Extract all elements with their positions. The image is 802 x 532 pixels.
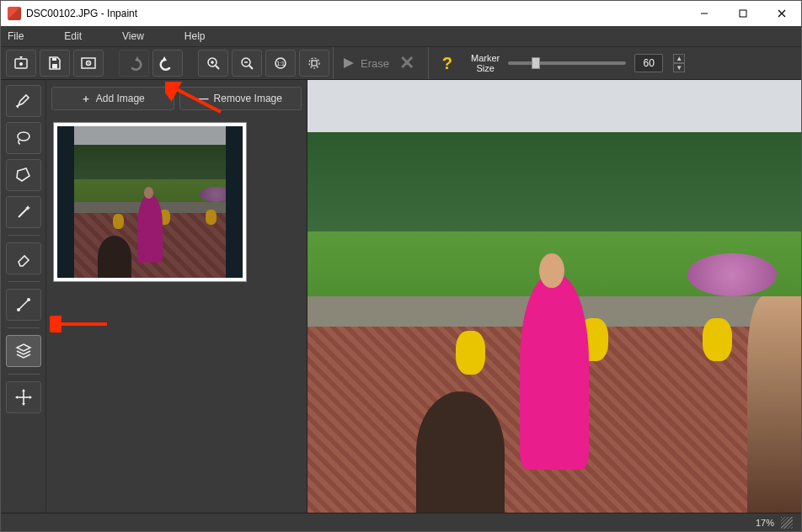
erase-label: Erase <box>361 57 389 70</box>
menu-view[interactable]: View <box>122 30 144 42</box>
zoom-out-button[interactable] <box>232 50 262 77</box>
lasso-tool-icon <box>14 129 33 147</box>
svg-point-10 <box>88 62 89 64</box>
multi-view-tool[interactable] <box>6 335 41 367</box>
redo-icon <box>159 56 176 71</box>
polygon-tool-icon <box>14 166 33 184</box>
zoom-actual-button[interactable]: 1:1 <box>265 50 296 77</box>
undo-button[interactable] <box>119 50 149 77</box>
zoom-in-button[interactable] <box>198 50 228 77</box>
svg-marker-35 <box>22 403 25 406</box>
app-icon <box>8 7 21 20</box>
add-image-button[interactable]: ＋ Add Image <box>51 87 174 110</box>
svg-marker-12 <box>162 56 167 61</box>
marker-size-down[interactable]: ▼ <box>673 63 685 72</box>
content-area: ＋ Add Image — Remove Image <box>1 80 801 513</box>
layers-icon <box>14 342 33 360</box>
svg-marker-34 <box>22 389 25 391</box>
zoom-fit-icon <box>306 56 323 71</box>
save-icon <box>47 56 62 71</box>
play-icon <box>342 56 356 70</box>
maximize-button[interactable] <box>724 1 762 26</box>
plus-icon: ＋ <box>81 92 91 106</box>
svg-marker-26 <box>17 168 29 181</box>
minimize-button[interactable] <box>685 1 724 26</box>
svg-rect-1 <box>740 10 746 17</box>
close-button[interactable] <box>762 1 801 26</box>
erase-group: Erase ✕ <box>333 47 429 79</box>
lasso-tool[interactable] <box>6 122 41 154</box>
svg-marker-11 <box>135 56 140 61</box>
svg-line-18 <box>249 66 253 69</box>
eraser-tool-icon <box>14 249 33 268</box>
remove-image-button[interactable]: — Remove Image <box>179 87 302 110</box>
statusbar: 17% <box>1 513 801 531</box>
toolbar: 1:1 Erase ✕ ? Marker Size ▲ <box>1 46 801 80</box>
slider-thumb[interactable] <box>532 57 540 69</box>
add-image-label: Add Image <box>96 93 145 104</box>
zoom-in-icon <box>206 56 221 71</box>
svg-point-25 <box>18 132 29 141</box>
undo-icon <box>126 56 142 71</box>
marker-size-label: Marker Size <box>471 53 500 73</box>
marker-tool-icon <box>14 92 33 110</box>
original-view-icon <box>80 56 97 71</box>
guide-images-panel: ＋ Add Image — Remove Image <box>46 80 307 513</box>
zoom-level: 17% <box>756 518 774 528</box>
svg-rect-23 <box>312 61 317 66</box>
view-original-button[interactable] <box>73 50 104 77</box>
window-title: DSC00102.JPG - Inpaint <box>26 8 685 19</box>
help-icon: ? <box>442 54 452 72</box>
magic-wand-tool[interactable] <box>6 196 41 228</box>
move-tool-icon <box>14 388 33 407</box>
svg-text:1:1: 1:1 <box>276 61 285 66</box>
minus-icon: — <box>199 93 209 104</box>
svg-marker-24 <box>344 58 354 68</box>
cancel-icon: ✕ <box>399 52 414 73</box>
marker-tool[interactable] <box>6 85 41 117</box>
titlebar: DSC00102.JPG - Inpaint <box>1 1 801 26</box>
eraser-tool[interactable] <box>6 242 41 274</box>
zoom-out-icon <box>239 56 254 71</box>
svg-line-30 <box>19 301 28 309</box>
marker-size-up[interactable]: ▲ <box>673 54 685 63</box>
cancel-button[interactable]: ✕ <box>394 52 420 74</box>
guide-line-icon <box>14 295 33 314</box>
svg-line-14 <box>216 66 219 69</box>
resize-grip[interactable] <box>781 517 793 529</box>
zoom-fit-button[interactable] <box>299 50 329 77</box>
svg-rect-6 <box>52 64 57 68</box>
magic-wand-icon <box>14 203 33 221</box>
svg-marker-37 <box>29 396 32 399</box>
menubar: File Edit View Help <box>1 26 801 46</box>
svg-marker-31 <box>17 344 30 351</box>
svg-point-22 <box>309 58 319 68</box>
help-button[interactable]: ? <box>432 54 462 73</box>
open-button[interactable] <box>6 50 36 77</box>
redo-button[interactable] <box>152 50 183 77</box>
svg-point-5 <box>19 62 23 66</box>
svg-line-27 <box>19 209 27 217</box>
move-tool[interactable] <box>6 381 41 413</box>
marker-size-slider[interactable] <box>508 61 626 65</box>
marker-size-control: Marker Size ▲ ▼ <box>471 53 685 73</box>
app-window: DSC00102.JPG - Inpaint File Edit View He… <box>0 0 802 532</box>
menu-edit[interactable]: Edit <box>64 30 82 42</box>
menu-help[interactable]: Help <box>184 30 206 42</box>
guide-image-thumbnail[interactable] <box>53 122 247 282</box>
open-icon <box>13 56 29 71</box>
tool-sidebar <box>1 80 46 513</box>
zoom-actual-icon: 1:1 <box>272 56 289 71</box>
polygon-tool[interactable] <box>6 159 41 191</box>
save-button[interactable] <box>40 50 70 77</box>
svg-rect-7 <box>52 58 56 61</box>
menu-file[interactable]: File <box>8 30 24 42</box>
remove-image-label: Remove Image <box>214 93 282 104</box>
marker-size-input[interactable] <box>634 54 663 72</box>
erase-button[interactable]: Erase <box>342 56 389 70</box>
guide-line-tool[interactable] <box>6 289 41 321</box>
canvas[interactable] <box>307 80 801 513</box>
svg-marker-36 <box>15 396 18 399</box>
